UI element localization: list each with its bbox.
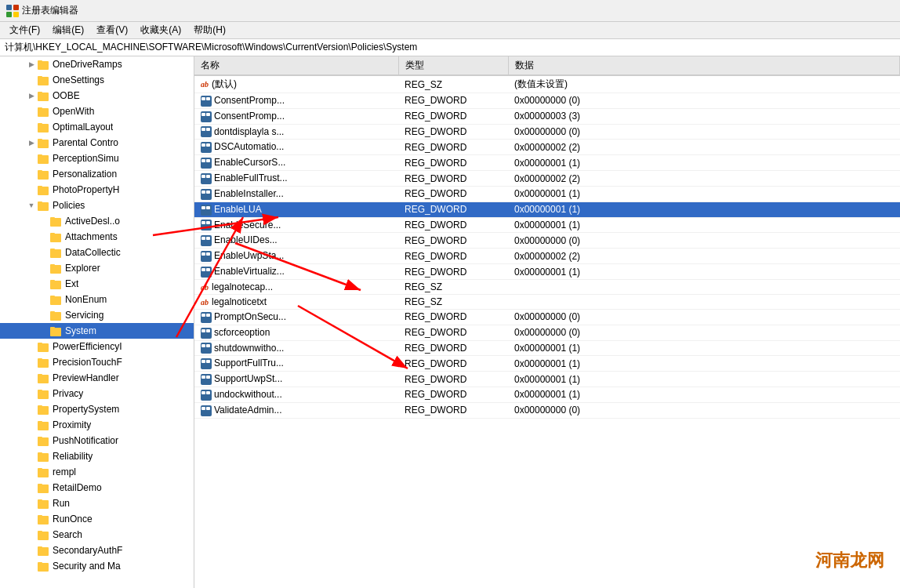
cell-name: EnableUwpSta... [194, 249, 398, 264]
table-row[interactable]: shutdownwitho...REG_DWORD0x00000001 (1) [194, 340, 900, 356]
folder-icon [38, 74, 50, 85]
table-row[interactable]: EnableUwpSta...REG_DWORD0x00000002 (2) [194, 249, 900, 264]
cell-name: ablegalnoticetxt [194, 294, 398, 309]
name-text: undockwithout... [214, 389, 282, 400]
tree-item[interactable]: PreviewHandler [0, 370, 194, 386]
col-type[interactable]: 类型 [398, 56, 508, 75]
folder-icon [38, 482, 50, 493]
table-row[interactable]: EnableVirtualiz...REG_DWORD0x00000001 (1… [194, 264, 900, 280]
cell-name: ablegalnotecap... [194, 279, 398, 294]
table-row[interactable]: EnableUIDes...REG_DWORD0x00000000 (0) [194, 233, 900, 249]
tree-toggle[interactable] [25, 199, 38, 212]
dword-icon [201, 189, 212, 200]
tree-item[interactable]: Parental Contro [0, 135, 194, 151]
tree-item[interactable]: Search [0, 527, 194, 543]
col-data[interactable]: 数据 [508, 56, 900, 75]
table-row[interactable]: EnableFullTrust...REG_DWORD0x00000002 (2… [194, 171, 900, 187]
name-text: PromptOnSecu... [214, 311, 286, 322]
table-row[interactable]: dontdisplayla s...REG_DWORD0x00000000 (0… [194, 124, 900, 140]
tree-item[interactable]: OneSettings [0, 72, 194, 88]
cell-name: EnableVirtualiz... [194, 264, 398, 280]
dword-icon [201, 158, 212, 169]
tree-toggle[interactable] [25, 89, 38, 102]
tree-item[interactable]: PowerEfficiencyI [0, 339, 194, 354]
tree-item[interactable]: Proximity [0, 417, 194, 433]
tree-item[interactable]: RetailDemo [0, 480, 194, 495]
table-row[interactable]: EnableLUAREG_DWORD0x00000001 (1) [194, 201, 900, 217]
tree-item[interactable]: rempl [0, 464, 194, 480]
cell-data: 0x00000001 (1) [508, 372, 900, 387]
tree-item[interactable]: Attachments [0, 229, 194, 245]
table-row[interactable]: ablegalnoticetxtREG_SZ [194, 294, 900, 309]
tree-item[interactable]: OOBE [0, 88, 194, 103]
folder-icon [38, 341, 50, 352]
menu-item-E[interactable]: 编辑(E) [46, 22, 90, 38]
menu-item-F[interactable]: 文件(F) [3, 22, 46, 38]
table-row[interactable]: undockwithout...REG_DWORD0x00000001 (1) [194, 387, 900, 403]
table-row[interactable]: ValidateAdmin...REG_DWORD0x00000000 (0) [194, 402, 900, 418]
cell-type: REG_DWORD [398, 264, 508, 280]
tree-label: PerceptionSimu [53, 153, 119, 164]
tree-item[interactable]: Servicing [0, 307, 194, 323]
cell-name: EnableUIDes... [194, 233, 398, 249]
table-row[interactable]: SupportFullTru...REG_DWORD0x00000001 (1) [194, 356, 900, 372]
table-row[interactable]: ab(默认)REG_SZ(数值未设置) [194, 75, 900, 93]
tree-panel[interactable]: OneDriveRampsOneSettingsOOBEOpenWithOpti… [0, 56, 194, 588]
cell-name: undockwithout... [194, 387, 398, 403]
tree-item[interactable]: Reliability [0, 448, 194, 464]
table-row[interactable]: SupportUwpSt...REG_DWORD0x00000001 (1) [194, 372, 900, 387]
tree-label: DataCollectic [65, 247, 121, 258]
tree-item[interactable]: PrecisionTouchF [0, 354, 194, 370]
cell-type: REG_DWORD [398, 171, 508, 187]
name-text: dontdisplayla s... [214, 126, 284, 137]
tree-item[interactable]: OneDriveRamps [0, 56, 194, 72]
menu-item-A[interactable]: 收藏夹(A) [134, 22, 187, 38]
tree-toggle[interactable] [25, 136, 38, 149]
cell-data: 0x00000001 (1) [508, 155, 900, 171]
tree-item[interactable]: Privacy [0, 386, 194, 401]
col-name[interactable]: 名称 [194, 56, 398, 75]
tree-toggle[interactable] [25, 58, 38, 71]
table-row[interactable]: EnableCursorS...REG_DWORD0x00000001 (1) [194, 155, 900, 171]
cell-type: REG_DWORD [398, 402, 508, 418]
tree-item[interactable]: PerceptionSimu [0, 151, 194, 166]
tree-item[interactable]: Run [0, 495, 194, 511]
tree-item[interactable]: Personalization [0, 166, 194, 182]
table-row[interactable]: DSCAutomatio...REG_DWORD0x00000002 (2) [194, 140, 900, 155]
table-row[interactable]: ConsentPromp...REG_DWORD0x00000003 (3) [194, 108, 900, 124]
tree-item[interactable]: Ext [0, 276, 194, 292]
menu-item-H[interactable]: 帮助(H) [187, 22, 232, 38]
cell-type: REG_DWORD [398, 155, 508, 171]
table-row[interactable]: EnableInstaller...REG_DWORD0x00000001 (1… [194, 186, 900, 201]
tree-label: Search [53, 529, 82, 540]
table-row[interactable]: ablegalnotecap...REG_SZ [194, 279, 900, 294]
menu-item-V[interactable]: 查看(V) [90, 22, 134, 38]
folder-icon [38, 435, 50, 446]
cell-name: EnableFullTrust... [194, 171, 398, 187]
table-row[interactable]: ConsentPromp...REG_DWORD0x00000000 (0) [194, 93, 900, 109]
tree-item[interactable]: System [0, 323, 194, 339]
tree-label: OneDriveRamps [53, 59, 122, 70]
tree-label: Servicing [65, 310, 103, 321]
tree-item[interactable]: OpenWith [0, 103, 194, 119]
tree-item[interactable]: PropertySystem [0, 401, 194, 417]
table-row[interactable]: scforceoptionREG_DWORD0x00000000 (0) [194, 325, 900, 340]
tree-item[interactable]: RunOnce [0, 511, 194, 527]
tree-label: PrecisionTouchF [53, 357, 122, 368]
tree-item[interactable]: PushNotificatior [0, 433, 194, 448]
table-row[interactable]: PromptOnSecu...REG_DWORD0x00000000 (0) [194, 309, 900, 325]
table-row[interactable]: EnableSecure...REG_DWORD0x00000001 (1) [194, 217, 900, 233]
name-text: scforceoption [214, 327, 270, 338]
tree-item[interactable]: Security and Ma [0, 558, 194, 574]
tree-item[interactable]: Policies [0, 198, 194, 213]
tree-item[interactable]: PhotoPropertyH [0, 182, 194, 198]
tree-item[interactable]: ActiveDesl..o [0, 213, 194, 229]
folder-icon [38, 200, 50, 211]
tree-item[interactable]: OptimalLayout [0, 119, 194, 135]
cell-data: 0x00000000 (0) [508, 309, 900, 325]
tree-item[interactable]: DataCollectic [0, 245, 194, 260]
tree-item[interactable]: NonEnum [0, 292, 194, 307]
right-panel[interactable]: 名称 类型 数据 ab(默认)REG_SZ(数值未设置)ConsentPromp… [194, 56, 900, 588]
tree-item[interactable]: Explorer [0, 260, 194, 276]
tree-item[interactable]: SecondaryAuthF [0, 543, 194, 558]
